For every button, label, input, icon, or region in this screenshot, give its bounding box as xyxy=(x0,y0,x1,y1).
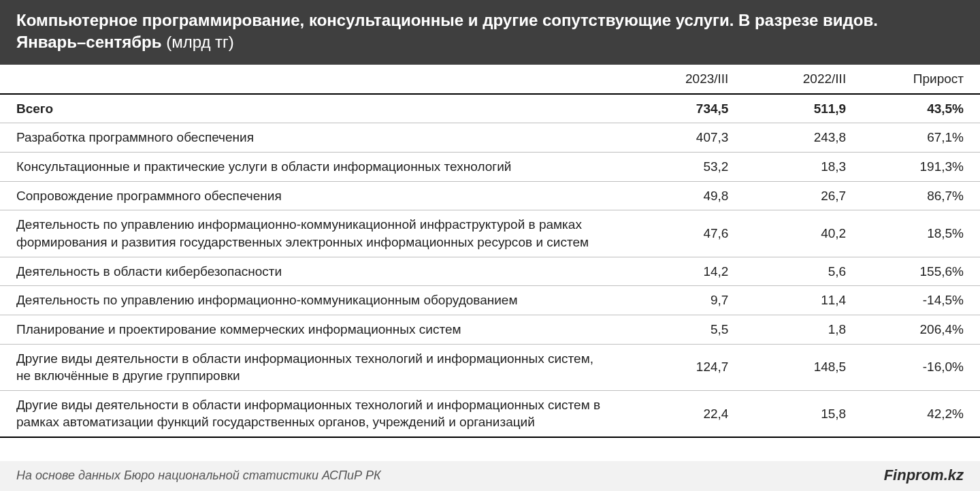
row-growth: -16,0% xyxy=(862,344,980,390)
row-label: Деятельность по управлению информационно… xyxy=(0,286,627,315)
row-2022: 5,6 xyxy=(745,257,862,286)
col-header-growth: Прирост xyxy=(862,65,980,94)
table-row: Деятельность по управлению информационно… xyxy=(0,286,980,315)
total-2023: 734,5 xyxy=(627,94,745,123)
row-growth: 18,5% xyxy=(862,210,980,257)
title-unit: (млрд тг) xyxy=(161,33,233,51)
table-row: Деятельность в области кибербезопасности… xyxy=(0,257,980,286)
row-label: Сопровождение программного обеспечения xyxy=(0,181,627,210)
row-growth: 86,7% xyxy=(862,181,980,210)
table-row: Другие виды деятельности в области инфор… xyxy=(0,390,980,437)
row-growth: 42,2% xyxy=(862,390,980,437)
row-2022: 148,5 xyxy=(745,344,862,390)
title-bar: Компьютерное программирование, консульта… xyxy=(0,0,980,65)
row-2023: 49,8 xyxy=(627,181,745,210)
table-row: Другие виды деятельности в области инфор… xyxy=(0,344,980,390)
row-label: Другие виды деятельности в области инфор… xyxy=(0,344,627,390)
table-row: Сопровождение программного обеспечения49… xyxy=(0,181,980,210)
col-header-2023: 2023/III xyxy=(627,65,745,94)
row-label: Планирование и проектирование коммерческ… xyxy=(0,315,627,344)
row-2023: 407,3 xyxy=(627,123,745,153)
data-table: 2023/III 2022/III Прирост Всего 734,5 51… xyxy=(0,65,980,438)
table-header-row: 2023/III 2022/III Прирост xyxy=(0,65,980,94)
row-label: Деятельность по управлению информационно… xyxy=(0,210,627,257)
table-row: Планирование и проектирование коммерческ… xyxy=(0,315,980,344)
row-growth: 206,4% xyxy=(862,315,980,344)
row-growth: -14,5% xyxy=(862,286,980,315)
footer-source: На основе данных Бюро национальной стати… xyxy=(16,469,381,483)
table-body: Всего 734,5 511,9 43,5% Разработка прогр… xyxy=(0,94,980,437)
row-2022: 15,8 xyxy=(745,390,862,437)
footer: На основе данных Бюро национальной стати… xyxy=(0,461,980,491)
row-growth: 191,3% xyxy=(862,153,980,182)
footer-brand: Finprom.kz xyxy=(884,466,964,484)
row-2022: 26,7 xyxy=(745,181,862,210)
row-2023: 22,4 xyxy=(627,390,745,437)
total-label: Всего xyxy=(0,94,627,123)
title-line1: Компьютерное программирование, консульта… xyxy=(16,11,878,29)
table-row: Разработка программного обеспечения407,3… xyxy=(0,123,980,153)
title-line2: Январь–сентябрь xyxy=(16,33,161,51)
row-label: Разработка программного обеспечения xyxy=(0,123,627,153)
row-growth: 155,6% xyxy=(862,257,980,286)
row-2022: 1,8 xyxy=(745,315,862,344)
row-2023: 9,7 xyxy=(627,286,745,315)
row-2022: 243,8 xyxy=(745,123,862,153)
row-label: Консультационные и практические услуги в… xyxy=(0,153,627,182)
row-2022: 40,2 xyxy=(745,210,862,257)
report-container: Компьютерное программирование, консульта… xyxy=(0,0,980,491)
col-header-label xyxy=(0,65,627,94)
table-total-row: Всего 734,5 511,9 43,5% xyxy=(0,94,980,123)
row-2023: 14,2 xyxy=(627,257,745,286)
row-2023: 53,2 xyxy=(627,153,745,182)
table-row: Деятельность по управлению информационно… xyxy=(0,210,980,257)
row-2022: 11,4 xyxy=(745,286,862,315)
row-2023: 124,7 xyxy=(627,344,745,390)
table-wrap: 2023/III 2022/III Прирост Всего 734,5 51… xyxy=(0,65,980,461)
row-growth: 67,1% xyxy=(862,123,980,153)
total-2022: 511,9 xyxy=(745,94,862,123)
row-label: Другие виды деятельности в области инфор… xyxy=(0,390,627,437)
row-2023: 5,5 xyxy=(627,315,745,344)
row-2023: 47,6 xyxy=(627,210,745,257)
row-label: Деятельность в области кибербезопасности xyxy=(0,257,627,286)
row-2022: 18,3 xyxy=(745,153,862,182)
table-row: Консультационные и практические услуги в… xyxy=(0,153,980,182)
total-growth: 43,5% xyxy=(862,94,980,123)
col-header-2022: 2022/III xyxy=(745,65,862,94)
